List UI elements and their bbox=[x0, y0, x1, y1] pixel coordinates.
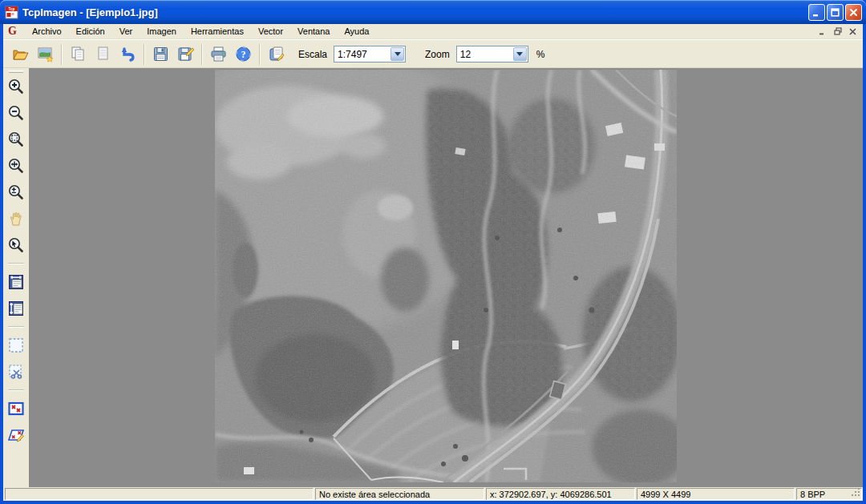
print-button[interactable] bbox=[206, 42, 231, 66]
new-image-button[interactable] bbox=[33, 42, 58, 66]
escala-label: Escala bbox=[298, 49, 327, 60]
undo-button[interactable] bbox=[115, 42, 140, 66]
sidebar-separator bbox=[8, 263, 24, 264]
zoom-combobox[interactable]: 12 bbox=[456, 46, 528, 62]
mdi-close-icon[interactable] bbox=[846, 26, 860, 38]
maximize-button[interactable] bbox=[827, 4, 844, 21]
app-window: Tcp TcpImagen - [Ejemplo1.jpg] G Archivo… bbox=[0, 0, 866, 504]
zoom-extents-tool-button[interactable] bbox=[6, 129, 26, 150]
status-dimensions: 4999 X 4499 bbox=[637, 488, 795, 500]
toolbar-separator bbox=[201, 44, 203, 65]
zoom-select-tool-button[interactable] bbox=[6, 235, 26, 256]
aerial-photo bbox=[215, 70, 677, 482]
status-depth-value: 8 BPP bbox=[800, 490, 825, 499]
zoom-in-tool-button[interactable] bbox=[6, 76, 26, 97]
save-button[interactable] bbox=[148, 42, 173, 66]
window-bottom-border bbox=[0, 501, 866, 504]
menubar: G Archivo Edición Ver Imagen Herramienta… bbox=[3, 24, 863, 39]
status-coordinates: x: 372902.697, y: 4069286.501 bbox=[486, 488, 635, 500]
menu-vector[interactable]: Vector bbox=[251, 25, 290, 38]
zoom-out-tool-button[interactable] bbox=[6, 103, 26, 123]
menu-ventana[interactable]: Ventana bbox=[290, 25, 337, 38]
help-button[interactable]: ? bbox=[231, 42, 256, 66]
escala-dropdown-icon[interactable] bbox=[391, 47, 404, 61]
menu-edicion[interactable]: Edición bbox=[69, 25, 112, 38]
main-toolbar: ? Escala 1:7497 Zoom 12 % bbox=[3, 39, 863, 68]
menu-herramientas[interactable]: Herramientas bbox=[184, 25, 251, 38]
zoom-label: Zoom bbox=[425, 49, 450, 60]
titlebar[interactable]: Tcp TcpImagen - [Ejemplo1.jpg] bbox=[0, 0, 866, 24]
tools-sidebar bbox=[3, 68, 29, 487]
copy-button[interactable] bbox=[66, 42, 91, 66]
resize-height-tool-button[interactable] bbox=[6, 298, 26, 319]
paste-button[interactable] bbox=[91, 42, 115, 66]
open-folder-button[interactable] bbox=[8, 42, 33, 66]
percent-label: % bbox=[536, 49, 545, 60]
edit-notes-button[interactable] bbox=[264, 42, 289, 66]
menu-ver[interactable]: Ver bbox=[112, 25, 140, 38]
zoom-dropdown-icon[interactable] bbox=[513, 47, 527, 61]
zoom-window-tool-button[interactable] bbox=[6, 155, 26, 176]
control-points-tool-button[interactable] bbox=[6, 398, 26, 419]
sidebar-separator bbox=[8, 326, 24, 328]
image-canvas[interactable] bbox=[29, 68, 863, 487]
pan-tool-button[interactable] bbox=[6, 208, 26, 229]
transform-points-tool-button[interactable] bbox=[6, 425, 26, 446]
menu-imagen[interactable]: Imagen bbox=[140, 25, 184, 38]
toolbar-gripper[interactable] bbox=[9, 71, 23, 73]
status-selection: No existe área seleccionada bbox=[315, 488, 484, 500]
svg-text:?: ? bbox=[241, 49, 246, 60]
mdi-document-icon[interactable]: G bbox=[8, 26, 17, 37]
toolbar-separator bbox=[144, 44, 145, 65]
resize-grip[interactable] bbox=[851, 488, 861, 499]
escala-combobox[interactable]: 1:7497 bbox=[334, 46, 406, 62]
crop-selection-tool-button[interactable] bbox=[6, 361, 26, 382]
menu-archivo[interactable]: Archivo bbox=[25, 25, 69, 38]
save-as-button[interactable] bbox=[173, 42, 198, 66]
sidebar-separator bbox=[8, 389, 24, 391]
status-empty-panel bbox=[5, 488, 314, 500]
statusbar: No existe área seleccionada x: 372902.69… bbox=[3, 487, 863, 501]
resize-width-tool-button[interactable] bbox=[6, 272, 26, 292]
app-logo-icon: Tcp bbox=[5, 6, 18, 19]
zoom-value: 12 bbox=[457, 49, 512, 60]
status-depth: 8 BPP bbox=[796, 488, 862, 500]
toolbar-separator bbox=[259, 44, 261, 65]
select-area-tool-button[interactable] bbox=[6, 335, 26, 356]
zoom-scale-tool-button[interactable] bbox=[6, 182, 26, 203]
menu-ayuda[interactable]: Ayuda bbox=[337, 25, 376, 38]
svg-text:Tcp: Tcp bbox=[9, 7, 15, 11]
escala-value: 1:7497 bbox=[334, 49, 390, 60]
toolbar-separator bbox=[61, 44, 63, 65]
close-button[interactable] bbox=[845, 4, 862, 21]
minimize-button[interactable] bbox=[808, 4, 825, 21]
mdi-restore-icon[interactable] bbox=[831, 26, 844, 38]
mdi-minimize-icon[interactable] bbox=[815, 26, 829, 38]
window-title: TcpImagen - [Ejemplo1.jpg] bbox=[22, 6, 807, 18]
